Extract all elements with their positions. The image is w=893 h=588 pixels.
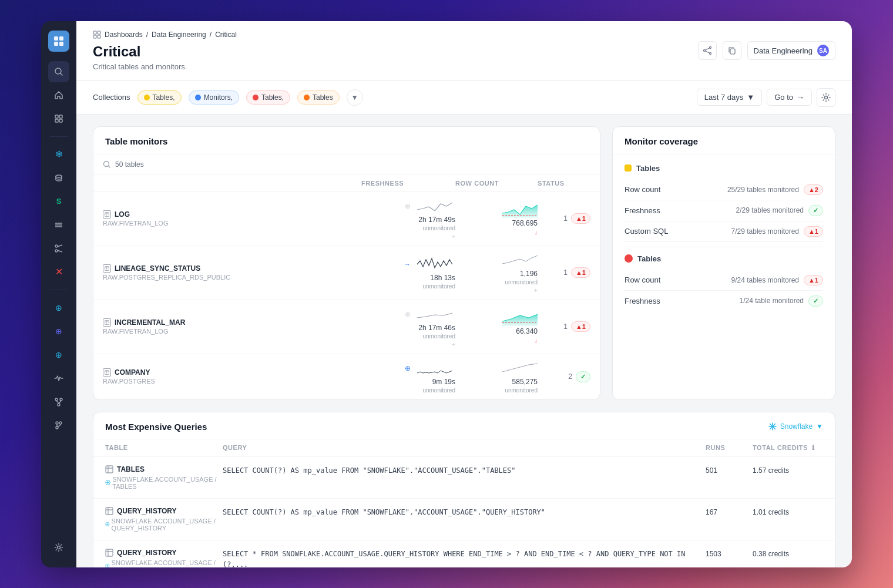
- tag-dot-orange: [304, 95, 310, 100]
- qcol-table: TABLE: [105, 444, 223, 452]
- status-num: 1: [563, 214, 568, 223]
- qcol-credits: TOTAL CREDITS ℹ: [753, 444, 823, 452]
- status-cell: 2 ✓: [538, 371, 590, 382]
- query-row[interactable]: QUERY_HISTORY SNOWFLAKE.ACCOUNT_USAGE / …: [93, 540, 835, 567]
- goto-button[interactable]: Go to →: [767, 89, 812, 106]
- status-cell: 1 ▲1: [538, 321, 590, 332]
- snowflake-filter-button[interactable]: Snowflake ▼: [768, 422, 823, 431]
- coverage-value: 2/29 tables monitored: [736, 206, 804, 214]
- coverage-row: Row count 25/29 tables monitored ▲2: [625, 180, 823, 200]
- tag-dot-yellow: [144, 95, 150, 100]
- table-name: LINEAGE_SYNC_STATUS: [103, 264, 361, 273]
- goto-label: Go to: [774, 93, 793, 102]
- freshness-value: 18h 13s: [430, 274, 455, 282]
- search-icon[interactable]: [48, 61, 69, 82]
- freshness-sparkline4: [414, 360, 455, 377]
- svg-point-32: [709, 47, 711, 49]
- gear-nav-icon[interactable]: [48, 537, 69, 558]
- fork-nav-icon[interactable]: [48, 391, 69, 412]
- s-nav-icon[interactable]: S: [48, 191, 69, 212]
- row-count-value: 1,196: [520, 270, 538, 278]
- freshness-label: unmonitored: [422, 283, 455, 290]
- row-count-add[interactable]: +: [534, 287, 538, 294]
- git-nav-icon[interactable]: [48, 415, 69, 436]
- table-monitors-card: Table monitors 50 tables FRESHNESS ROW C…: [93, 126, 600, 400]
- row-sub: RAW.FIVETRAN_LOG: [103, 328, 361, 335]
- team-badge[interactable]: Data Engineering SA: [747, 41, 835, 60]
- breadcrumb-data-eng[interactable]: Data Engineering: [152, 31, 206, 39]
- breadcrumb-sep1: /: [146, 31, 148, 39]
- col-rowcount: ROW COUNT: [455, 180, 538, 187]
- copy-button[interactable]: [723, 41, 741, 60]
- svg-marker-44: [502, 205, 538, 218]
- dots-nav-icon[interactable]: ⊕: [48, 297, 69, 318]
- alert-badge: ▲1: [571, 321, 590, 332]
- snowflake-nav-icon[interactable]: ❄: [48, 144, 69, 165]
- app-logo[interactable]: [48, 31, 69, 52]
- breadcrumb-critical[interactable]: Critical: [215, 31, 237, 39]
- tag-label-monitors: Monitors,: [204, 93, 233, 102]
- svg-rect-9: [59, 119, 62, 122]
- query-row[interactable]: TABLES SNOWFLAKE.ACCOUNT_USAGE / TABLES …: [93, 457, 835, 499]
- coverage-label: Freshness: [625, 206, 660, 215]
- table-row[interactable]: LOG RAW.FIVETRAN_LOG ⊕ 2h 17m 49: [93, 192, 600, 246]
- table-row[interactable]: LINEAGE_SYNC_STATUS RAW.POSTGRES_REPLICA…: [93, 246, 600, 300]
- svg-rect-41: [105, 213, 109, 217]
- row-count-down: ↓: [535, 229, 538, 236]
- share-button[interactable]: [698, 41, 717, 60]
- grid-icon[interactable]: [48, 108, 69, 129]
- more-tags-button[interactable]: ▼: [347, 89, 363, 106]
- svg-rect-30: [93, 35, 96, 38]
- pulse-nav-icon[interactable]: [48, 368, 69, 389]
- qtable-name: QUERY_HISTORY: [117, 507, 177, 515]
- snowflake-chevron: ▼: [816, 422, 823, 431]
- database-nav-icon[interactable]: [48, 167, 69, 189]
- row-sub: RAW.FIVETRAN_LOG: [103, 220, 361, 227]
- query-credits: 1.01 credits: [753, 507, 823, 516]
- lines-nav-icon[interactable]: [48, 214, 69, 236]
- row-count-cell: 768,695 ↓: [455, 201, 538, 236]
- row-sub: RAW.POSTGRES_REPLICA_RDS_PUBLIC: [103, 274, 361, 281]
- queries-title: Most Expensive Queries: [105, 422, 207, 432]
- branch-nav-icon[interactable]: ⊕: [48, 344, 69, 365]
- freshness-icon1: ⊕: [405, 202, 411, 210]
- team-avatar: SA: [817, 45, 829, 56]
- collection-tag-tables2[interactable]: Tables,: [246, 90, 290, 105]
- freshness-add3[interactable]: +: [452, 341, 455, 348]
- query-table-cell: QUERY_HISTORY SNOWFLAKE.ACCOUNT_USAGE / …: [105, 549, 223, 567]
- cut-nav-icon[interactable]: [48, 238, 69, 259]
- freshness-value: 9m 19s: [432, 378, 455, 386]
- time-range-button[interactable]: Last 7 days ▼: [697, 89, 762, 106]
- collection-tag-tables1[interactable]: Tables,: [137, 90, 182, 105]
- row-table-info: INCREMENTAL_MAR RAW.FIVETRAN_LOG: [103, 318, 361, 335]
- row-count-chart: [502, 201, 538, 218]
- status-num: 1: [563, 268, 568, 277]
- table-row[interactable]: INCREMENTAL_MAR RAW.FIVETRAN_LOG ⊕: [93, 300, 600, 354]
- collection-tag-tables3[interactable]: Tables: [297, 90, 340, 105]
- settings-button[interactable]: [817, 88, 835, 107]
- freshness-sparkline3: [414, 306, 455, 322]
- svg-rect-1: [59, 36, 63, 41]
- query-path-text: SNOWFLAKE.ACCOUNT_USAGE / TABLES: [112, 476, 223, 490]
- freshness-icon3: ⊕: [405, 310, 411, 318]
- svg-rect-8: [55, 119, 58, 122]
- freshness-sparkline2: [414, 256, 455, 273]
- query-row[interactable]: QUERY_HISTORY SNOWFLAKE.ACCOUNT_USAGE / …: [93, 499, 835, 540]
- svg-rect-61: [106, 466, 113, 473]
- coverage-header: Monitor coverage: [613, 127, 835, 154]
- x-nav-icon[interactable]: ✕: [48, 261, 69, 283]
- toolbar: Collections Tables, Monitors, Tables, Ta…: [76, 81, 852, 115]
- collection-tag-monitors[interactable]: Monitors,: [189, 90, 239, 105]
- cards-row: Table monitors 50 tables FRESHNESS ROW C…: [93, 126, 835, 400]
- coverage-group1-title: Tables: [625, 164, 823, 173]
- coverage-badge: ▲2: [804, 184, 823, 195]
- coverage-value: 25/29 tables monitored: [727, 186, 799, 194]
- table-row-icon: [103, 368, 111, 377]
- coverage-group2-dot: [625, 254, 633, 263]
- breadcrumb-dashboards[interactable]: Dashboards: [105, 31, 143, 39]
- table-row[interactable]: COMPANY RAW.POSTGRES ⊕ 9m 19s: [93, 354, 600, 399]
- coverage-value: 7/29 tables monitored: [731, 227, 799, 236]
- home-icon[interactable]: [48, 85, 69, 106]
- circle-nav-icon[interactable]: ⊕: [48, 321, 69, 342]
- freshness-add[interactable]: +: [452, 233, 455, 240]
